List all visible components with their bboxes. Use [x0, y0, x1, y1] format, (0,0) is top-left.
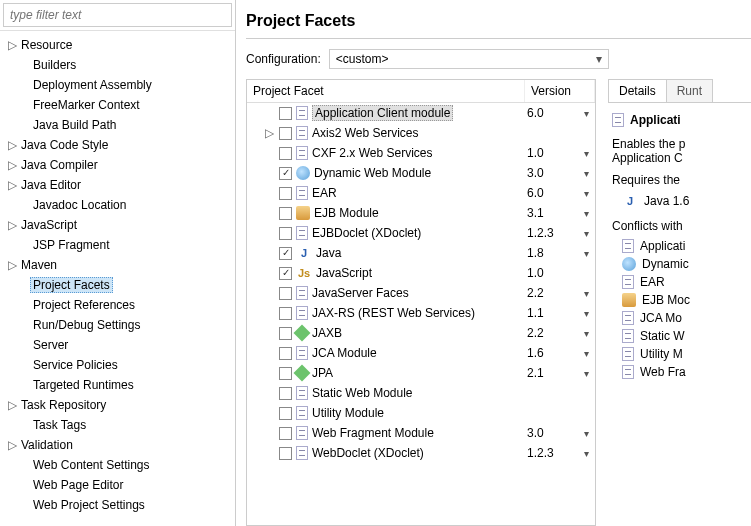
version-dropdown-icon[interactable]: ▾	[584, 228, 589, 239]
facet-row[interactable]: ▷Axis2 Web Services	[247, 123, 595, 143]
sidebar-item[interactable]: Run/Debug Settings	[0, 315, 235, 335]
facet-row[interactable]: JsJavaScript1.0	[247, 263, 595, 283]
sidebar-item[interactable]: JSP Fragment	[0, 235, 235, 255]
facet-name: JPA	[312, 366, 333, 380]
version-dropdown-icon[interactable]: ▾	[584, 168, 589, 179]
version-dropdown-icon[interactable]: ▾	[584, 148, 589, 159]
tab-runtimes[interactable]: Runt	[666, 79, 713, 102]
sidebar-item[interactable]: Java Build Path	[0, 115, 235, 135]
sidebar-item-label: Deployment Assembly	[30, 77, 155, 93]
facets-area: Project Facet Version Application Client…	[246, 79, 751, 526]
sidebar-item[interactable]: ▷Java Editor	[0, 175, 235, 195]
facet-row[interactable]: JAXB2.2▾	[247, 323, 595, 343]
version-dropdown-icon[interactable]: ▾	[584, 328, 589, 339]
facet-checkbox[interactable]	[279, 267, 292, 280]
sidebar-item[interactable]: ▷Task Repository	[0, 395, 235, 415]
facet-name: Static Web Module	[312, 386, 413, 400]
facet-row[interactable]: JAX-RS (REST Web Services)1.1▾	[247, 303, 595, 323]
facet-checkbox[interactable]	[279, 347, 292, 360]
version-dropdown-icon[interactable]: ▾	[584, 448, 589, 459]
facet-checkbox[interactable]	[279, 147, 292, 160]
sidebar-item[interactable]: Targeted Runtimes	[0, 375, 235, 395]
list-item-label: Java 1.6	[644, 194, 689, 208]
details-desc-line2: Application C	[612, 151, 751, 165]
facet-checkbox[interactable]	[279, 187, 292, 200]
facet-row[interactable]: JJava1.8▾	[247, 243, 595, 263]
facet-checkbox[interactable]	[279, 207, 292, 220]
facet-checkbox[interactable]	[279, 127, 292, 140]
sidebar-item[interactable]: Service Policies	[0, 355, 235, 375]
sidebar-item[interactable]: Web Content Settings	[0, 455, 235, 475]
version-dropdown-icon[interactable]: ▾	[584, 188, 589, 199]
page-icon	[296, 306, 308, 320]
version-dropdown-icon[interactable]: ▾	[584, 108, 589, 119]
facet-version: 3.1	[527, 206, 544, 220]
page-icon	[296, 346, 308, 360]
facet-row[interactable]: EAR6.0▾	[247, 183, 595, 203]
facet-checkbox[interactable]	[279, 327, 292, 340]
facet-name: Axis2 Web Services	[312, 126, 418, 140]
sidebar-item[interactable]: ▷Java Code Style	[0, 135, 235, 155]
category-tree[interactable]: ▷ResourceBuildersDeployment AssemblyFree…	[0, 31, 235, 526]
sidebar-item[interactable]: FreeMarker Context	[0, 95, 235, 115]
facet-checkbox[interactable]	[279, 107, 292, 120]
facet-checkbox[interactable]	[279, 367, 292, 380]
facet-checkbox[interactable]	[279, 447, 292, 460]
sidebar-item[interactable]: Deployment Assembly	[0, 75, 235, 95]
col-project-facet[interactable]: Project Facet	[247, 80, 525, 102]
sidebar-item[interactable]: Server	[0, 335, 235, 355]
version-dropdown-icon[interactable]: ▾	[584, 308, 589, 319]
sidebar-item[interactable]: Task Tags	[0, 415, 235, 435]
facet-row[interactable]: WebDoclet (XDoclet)1.2.3▾	[247, 443, 595, 463]
facet-row[interactable]: JPA2.1▾	[247, 363, 595, 383]
page-icon	[622, 311, 634, 325]
version-dropdown-icon[interactable]: ▾	[584, 428, 589, 439]
page-icon	[296, 426, 308, 440]
page-icon	[296, 186, 308, 200]
facet-row[interactable]: Application Client module6.0▾	[247, 103, 595, 123]
facet-row[interactable]: JavaServer Faces2.2▾	[247, 283, 595, 303]
facet-row[interactable]: Static Web Module	[247, 383, 595, 403]
facet-row[interactable]: Web Fragment Module3.0▾	[247, 423, 595, 443]
facet-checkbox[interactable]	[279, 247, 292, 260]
sidebar-item[interactable]: Javadoc Location	[0, 195, 235, 215]
version-dropdown-icon[interactable]: ▾	[584, 288, 589, 299]
facet-row[interactable]: Dynamic Web Module3.0▾	[247, 163, 595, 183]
sidebar-item-label: Maven	[18, 257, 60, 273]
sidebar-item-label: Java Compiler	[18, 157, 101, 173]
facet-checkbox[interactable]	[279, 387, 292, 400]
facet-row[interactable]: EJBDoclet (XDoclet)1.2.3▾	[247, 223, 595, 243]
version-dropdown-icon[interactable]: ▾	[584, 348, 589, 359]
sidebar-item[interactable]: Web Project Settings	[0, 495, 235, 515]
col-version[interactable]: Version	[525, 80, 595, 102]
configuration-select[interactable]: <custom> ▾	[329, 49, 609, 69]
expand-arrow-icon: ▷	[6, 178, 18, 192]
facet-checkbox[interactable]	[279, 167, 292, 180]
sidebar-item[interactable]: Builders	[0, 55, 235, 75]
filter-input[interactable]	[3, 3, 232, 27]
page-icon	[296, 146, 308, 160]
facet-checkbox[interactable]	[279, 407, 292, 420]
facet-row[interactable]: EJB Module3.1▾	[247, 203, 595, 223]
version-dropdown-icon[interactable]: ▾	[584, 208, 589, 219]
facet-checkbox[interactable]	[279, 287, 292, 300]
sidebar-item[interactable]: Project Facets	[0, 275, 235, 295]
facet-row[interactable]: CXF 2.x Web Services1.0▾	[247, 143, 595, 163]
facet-row[interactable]: Utility Module	[247, 403, 595, 423]
facet-row[interactable]: JCA Module1.6▾	[247, 343, 595, 363]
tab-details[interactable]: Details	[608, 79, 667, 102]
sidebar-item[interactable]: ▷Java Compiler	[0, 155, 235, 175]
sidebar-item[interactable]: ▷Validation	[0, 435, 235, 455]
sidebar-item[interactable]: Project References	[0, 295, 235, 315]
version-dropdown-icon[interactable]: ▾	[584, 248, 589, 259]
list-item: Dynamic	[612, 255, 751, 273]
sidebar-item[interactable]: Web Page Editor	[0, 475, 235, 495]
facet-checkbox[interactable]	[279, 227, 292, 240]
sidebar-item-label: Server	[30, 337, 71, 353]
facet-checkbox[interactable]	[279, 427, 292, 440]
version-dropdown-icon[interactable]: ▾	[584, 368, 589, 379]
facet-checkbox[interactable]	[279, 307, 292, 320]
sidebar-item[interactable]: ▷Resource	[0, 35, 235, 55]
sidebar-item[interactable]: ▷JavaScript	[0, 215, 235, 235]
sidebar-item[interactable]: ▷Maven	[0, 255, 235, 275]
